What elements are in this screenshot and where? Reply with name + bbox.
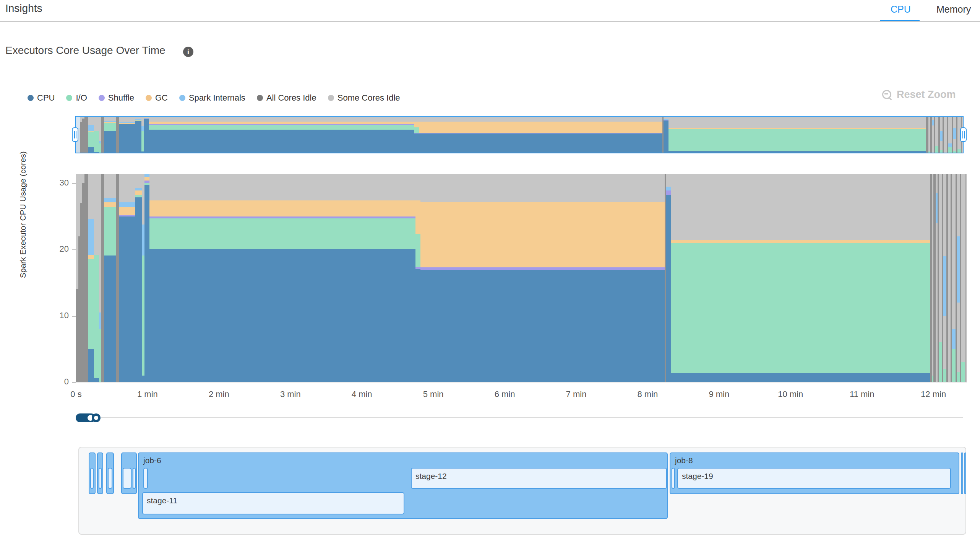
chart-band-cpu <box>135 197 141 382</box>
chart-band-cpu <box>420 270 665 382</box>
brush-handle-right[interactable] <box>960 127 967 142</box>
chart-band-someIdle <box>94 174 99 255</box>
chart-band-shuffle <box>420 267 665 270</box>
x-tick-label: 0 s <box>70 389 81 399</box>
y-tick-mark <box>72 183 76 184</box>
stage-bar[interactable] <box>133 468 136 489</box>
stage-bar[interactable] <box>672 468 675 489</box>
stage-bar[interactable] <box>108 468 112 489</box>
chart-band-shuffle <box>119 215 136 216</box>
tab-cpu[interactable]: CPU <box>891 4 911 15</box>
stage-bar-stage-12[interactable] <box>411 468 667 489</box>
zoom-out-icon <box>882 90 892 100</box>
chart-band-io <box>144 183 149 185</box>
legend-item-internals[interactable]: Spark Internals <box>179 93 245 103</box>
legend-label: CPU <box>37 93 55 103</box>
chart-band-someIdle <box>415 174 420 200</box>
chart-band-internals <box>957 236 960 303</box>
y-tick-mark <box>72 316 76 317</box>
reset-zoom-button[interactable]: Reset Zoom <box>882 89 956 101</box>
chart-band-gc <box>88 255 94 259</box>
brush-handle-left[interactable] <box>72 127 78 142</box>
chart-band-io <box>142 255 144 376</box>
legend-item-shuffle[interactable]: Shuffle <box>99 93 134 103</box>
chart-band-io <box>957 372 960 382</box>
chart-band-gc <box>671 240 930 243</box>
y-tick-label: 0 <box>46 377 69 387</box>
chart-band-gc <box>420 202 665 268</box>
stage-bar[interactable] <box>99 468 102 489</box>
y-tick-label: 30 <box>46 178 69 188</box>
chart-band-someIdle <box>957 303 960 372</box>
main-chart[interactable] <box>76 174 967 382</box>
section-title: Executors Core Usage Over Time <box>5 44 165 57</box>
chart-band-io <box>135 195 141 197</box>
chart-band-gc <box>119 207 136 215</box>
chart-band-internals <box>135 188 141 190</box>
chart-band-internals <box>104 198 116 202</box>
chart-band-io <box>104 207 116 255</box>
chart-band-io <box>149 218 415 249</box>
legend-label: All Cores Idle <box>266 93 316 103</box>
brush-selection[interactable] <box>75 116 964 153</box>
chart-band-internals <box>144 174 149 177</box>
x-tick-label: 11 min <box>850 389 874 399</box>
allIdle-legend-dot-icon <box>257 95 263 101</box>
x-tick-label: 12 min <box>921 389 946 399</box>
legend-item-allIdle[interactable]: All Cores Idle <box>257 93 316 103</box>
x-tick-label: 3 min <box>280 389 301 399</box>
y-tick-label: 10 <box>46 311 69 321</box>
legend-item-gc[interactable]: GC <box>146 93 168 103</box>
stage-bar-stage-11[interactable] <box>142 492 404 514</box>
chart-band-cpu <box>149 249 415 382</box>
insights-page: Insights CPUMemory Executors Core Usage … <box>0 0 980 537</box>
chart-band-someIdle <box>82 174 84 183</box>
cpu-legend-dot-icon <box>28 95 34 101</box>
chart-band-internals <box>952 329 956 349</box>
chart-band-cpu <box>119 216 136 382</box>
chart-band-io <box>952 349 956 382</box>
info-icon[interactable]: i <box>183 47 193 57</box>
job-bar[interactable] <box>961 452 963 494</box>
x-tick-label: 5 min <box>423 389 444 399</box>
x-tick-label: 4 min <box>352 389 372 399</box>
stage-bar[interactable] <box>123 468 131 489</box>
legend-label: I/O <box>76 93 87 103</box>
chart-band-someIdle <box>943 174 946 256</box>
chart-band-someIdle <box>957 174 960 236</box>
chart-band-io <box>88 259 94 349</box>
chart-band-cpu <box>415 269 420 382</box>
chart-legend: CPUI/OShuffleGCSpark InternalsAll Cores … <box>28 93 400 103</box>
y-tick-mark <box>72 249 76 250</box>
chart-band-io <box>671 243 930 373</box>
stage-bar[interactable] <box>90 468 94 489</box>
chart-band-cpu <box>671 373 930 382</box>
chart-band-cpu <box>88 349 94 382</box>
x-tick-label: 1 min <box>137 389 158 399</box>
chart-band-io <box>961 362 965 382</box>
chart-band-someIdle <box>142 174 144 225</box>
internals-legend-dot-icon <box>179 95 185 101</box>
chart-band-io <box>94 255 99 378</box>
y-axis-title: Spark Executor CPU Usage (cores) <box>18 151 28 278</box>
chart-band-cpu <box>666 195 671 382</box>
someIdle-legend-dot-icon <box>328 95 334 101</box>
tab-memory[interactable]: Memory <box>936 4 971 15</box>
zoom-mode-radio[interactable] <box>92 413 101 422</box>
chart-band-gc <box>144 177 149 181</box>
stage-bar-stage-19[interactable] <box>677 468 951 489</box>
job-bar[interactable] <box>964 452 966 494</box>
x-tick-label: 10 min <box>778 389 803 399</box>
chart-band-allIdle <box>116 174 119 382</box>
legend-item-someIdle[interactable]: Some Cores Idle <box>328 93 400 103</box>
legend-item-io[interactable]: I/O <box>66 93 87 103</box>
chart-band-allIdle <box>101 174 104 382</box>
chart-band-allIdle <box>82 183 84 382</box>
chart-band-someIdle <box>952 174 956 329</box>
legend-item-cpu[interactable]: CPU <box>28 93 55 103</box>
chart-band-someIdle <box>943 316 946 369</box>
legend-label: Shuffle <box>108 93 134 103</box>
io-legend-dot-icon <box>66 95 72 101</box>
stage-bar[interactable] <box>143 468 148 489</box>
zoom-slider-track[interactable] <box>101 417 963 418</box>
